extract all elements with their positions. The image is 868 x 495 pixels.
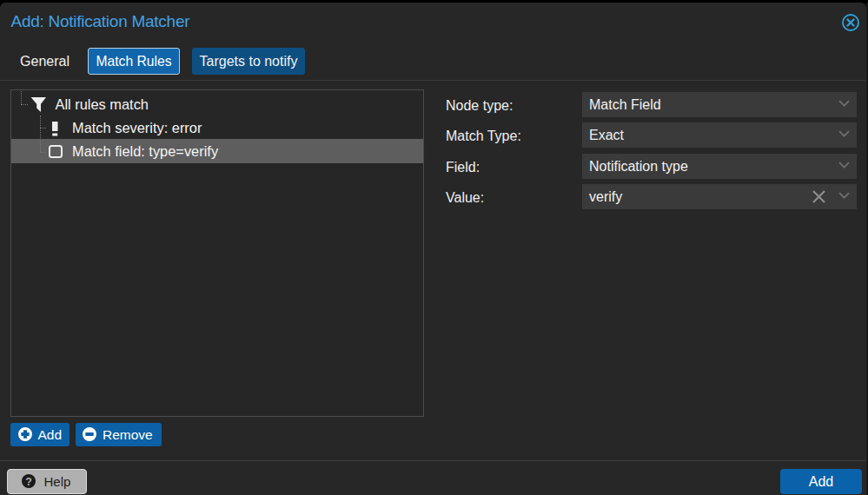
svg-text:?: ?	[25, 476, 32, 488]
